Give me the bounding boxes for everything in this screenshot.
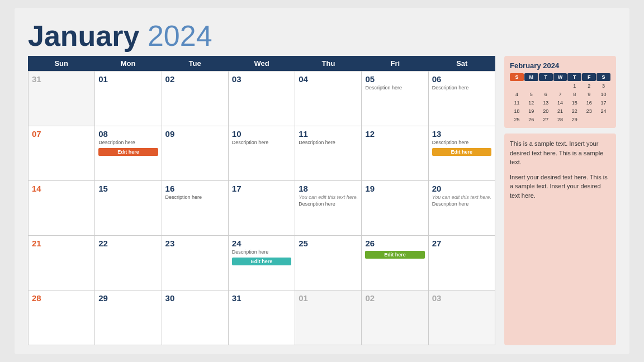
mini-cal-title: February 2024 <box>510 61 610 70</box>
table-row: 16 Description here <box>162 181 229 236</box>
col-fri: Fri <box>362 56 428 71</box>
table-row: 07 <box>29 126 95 181</box>
edit-badge-amber[interactable]: Edit here <box>432 148 491 156</box>
slide: January 2024 Sun Mon Tue Wed Thu Fri Sat… <box>15 8 629 354</box>
content-area: Sun Mon Tue Wed Thu Fri Sat 31 01 02 <box>28 56 616 345</box>
sidebar-text-block: This is a sample text. Insert your desir… <box>504 134 616 345</box>
table-row: 10 Description here <box>229 126 295 181</box>
col-thu: Thu <box>295 56 362 71</box>
header: January 2024 <box>28 21 616 50</box>
mini-cal-body: 1 2 3 4 5 6 7 8 9 10 11 12 13 14 15 16 1 <box>510 82 610 123</box>
table-row: 31 <box>29 72 95 126</box>
edit-badge-orange[interactable]: Edit here <box>98 148 158 156</box>
table-row: 29 <box>95 290 162 345</box>
col-sat: Sat <box>429 56 495 71</box>
sidebar-text-p2: Insert your desired text here. This is a… <box>510 173 610 201</box>
table-row: 30 <box>162 290 229 345</box>
year-label: 2024 <box>148 20 212 52</box>
table-row: 22 <box>95 236 162 290</box>
table-row: 17 <box>229 181 295 236</box>
edit-badge-green[interactable]: Edit here <box>365 251 424 259</box>
table-row: 11 Description here <box>295 126 362 181</box>
col-tue: Tue <box>162 56 228 71</box>
table-row: 08 Description here Edit here <box>95 126 162 181</box>
main-title: January 2024 <box>28 21 616 50</box>
mini-calendar: February 2024 S M T W T F S 1 2 <box>504 56 616 128</box>
col-sun: Sun <box>28 56 94 71</box>
table-row: 09 <box>162 126 229 181</box>
col-mon: Mon <box>94 56 161 71</box>
table-row: 27 <box>429 236 495 290</box>
calendar-main: Sun Mon Tue Wed Thu Fri Sat 31 01 02 <box>28 56 495 345</box>
edit-badge-teal[interactable]: Edit here <box>232 258 291 265</box>
table-row: 14 <box>29 181 95 236</box>
table-row: 04 <box>295 72 362 126</box>
mini-cal-header: S M T W T F S <box>510 73 610 81</box>
table-row: 26 Edit here <box>362 236 428 290</box>
sidebar: February 2024 S M T W T F S 1 2 <box>504 56 616 345</box>
table-row: 28 <box>29 290 95 345</box>
table-row: 20 You can edit this text here. Descript… <box>429 181 495 236</box>
cal-header: Sun Mon Tue Wed Thu Fri Sat <box>28 56 495 71</box>
table-row: 23 <box>162 236 229 290</box>
table-row: 02 <box>162 72 229 126</box>
table-row: 06 Description here <box>429 72 495 126</box>
table-row: 03 <box>429 290 495 345</box>
col-wed: Wed <box>228 56 295 71</box>
table-row: 24 Description here Edit here <box>229 236 295 290</box>
table-row: 01 <box>95 72 162 126</box>
sidebar-text-p1: This is a sample text. Insert your desir… <box>510 139 610 167</box>
table-row: 12 <box>362 126 428 181</box>
cal-body: 31 01 02 03 04 05 Description here <box>28 71 495 345</box>
table-row: 02 <box>362 290 428 345</box>
table-row: 13 Description here Edit here <box>429 126 495 181</box>
table-row: 31 <box>229 290 295 345</box>
table-row: 21 <box>29 236 95 290</box>
table-row: 18 You can edit this text here. Descript… <box>295 181 362 236</box>
table-row: 15 <box>95 181 162 236</box>
table-row: 05 Description here <box>362 72 428 126</box>
month-label: January <box>28 20 139 52</box>
table-row: 01 <box>295 290 362 345</box>
table-row: 19 <box>362 181 428 236</box>
table-row: 03 <box>229 72 295 126</box>
table-row: 25 <box>295 236 362 290</box>
